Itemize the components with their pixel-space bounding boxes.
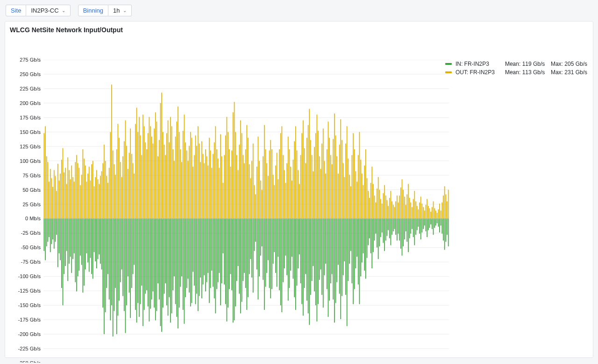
svg-rect-315 [227,117,228,219]
svg-rect-666 [445,218,446,242]
svg-rect-346 [245,218,246,288]
svg-rect-578 [391,218,392,245]
svg-rect-604 [406,218,407,242]
site-select[interactable]: IN2P3-CC ⌄ [26,5,70,16]
svg-rect-149 [122,156,123,219]
svg-rect-66 [70,218,71,257]
svg-rect-89 [85,166,86,219]
svg-rect-521 [356,171,356,219]
svg-rect-60 [66,218,67,251]
svg-rect-146 [120,218,121,282]
svg-rect-608 [409,218,410,238]
svg-rect-191 [149,117,150,219]
svg-rect-424 [294,218,295,297]
svg-rect-56 [64,218,64,274]
svg-rect-598 [403,218,404,246]
legend-entry-out[interactable]: OUT: FR-IN2P3 Mean: 113 Gb/s Max: 231 Gb… [445,69,587,76]
svg-rect-306 [220,218,221,305]
svg-rect-96 [89,218,90,272]
svg-rect-37 [52,187,53,218]
svg-rect-52 [61,218,62,288]
svg-rect-140 [116,218,117,334]
svg-rect-474 [325,218,326,264]
svg-rect-397 [278,179,278,218]
svg-rect-59 [66,184,67,218]
svg-rect-196 [151,218,152,299]
svg-rect-128 [109,218,110,299]
svg-rect-254 [188,218,189,279]
svg-rect-300 [216,218,217,289]
svg-rect-123 [106,176,107,219]
svg-rect-23 [44,133,45,218]
svg-rect-42 [55,218,56,242]
svg-rect-380 [266,218,267,273]
chart-plot-area[interactable] [43,60,449,363]
svg-rect-588 [397,218,398,240]
svg-rect-139 [116,149,117,219]
svg-rect-483 [332,164,333,218]
svg-rect-530 [360,218,361,276]
svg-rect-180 [141,218,142,286]
svg-rect-178 [140,218,141,304]
svg-rect-85 [83,149,84,219]
svg-rect-224 [169,218,170,297]
svg-rect-247 [184,115,185,219]
legend-entry-in[interactable]: IN: FR-IN2P3 Mean: 119 Gb/s Max: 205 Gb/… [445,61,587,67]
svg-rect-601 [406,205,406,219]
y-axis-labels: 275 Gb/s250 Gb/s225 Gb/s200 Gb/s175 Gb/s… [5,60,42,363]
svg-rect-120 [104,218,105,334]
svg-rect-130 [110,218,111,320]
svg-rect-63 [69,170,70,218]
svg-rect-433 [300,155,301,218]
svg-rect-364 [256,218,257,269]
svg-rect-536 [364,218,365,270]
svg-rect-287 [209,138,210,218]
svg-rect-73 [75,162,76,218]
svg-rect-348 [247,218,248,310]
svg-rect-351 [249,164,250,218]
svg-rect-204 [157,218,157,311]
svg-rect-295 [214,142,215,218]
svg-rect-533 [363,185,364,219]
svg-rect-501 [343,163,344,219]
svg-rect-366 [258,218,259,299]
svg-rect-634 [426,218,427,231]
svg-rect-183 [144,126,145,218]
svg-rect-207 [159,140,160,218]
svg-rect-103 [94,186,95,218]
svg-rect-446 [308,218,309,313]
svg-rect-161 [130,128,131,218]
binning-label: Binning [78,5,108,16]
svg-rect-437 [303,120,304,218]
svg-rect-568 [384,218,385,251]
svg-rect-357 [253,144,254,219]
svg-rect-92 [86,218,87,253]
svg-rect-585 [395,201,396,218]
svg-rect-119 [104,145,105,218]
svg-rect-84 [81,218,82,265]
svg-rect-242 [180,218,181,287]
svg-rect-318 [228,218,228,308]
svg-rect-46 [57,218,58,267]
svg-rect-113 [100,176,101,219]
svg-rect-190 [148,218,149,306]
svg-rect-145 [120,162,121,218]
svg-rect-383 [269,150,270,218]
svg-rect-150 [122,218,123,296]
svg-rect-573 [388,206,389,218]
svg-rect-79 [79,168,80,219]
svg-rect-371 [262,190,263,219]
svg-rect-199 [154,128,155,218]
svg-rect-118 [102,218,103,308]
svg-rect-576 [389,218,390,238]
binning-select[interactable]: 1h ⌄ [108,5,131,16]
svg-rect-314 [225,218,226,304]
svg-rect-558 [378,218,379,259]
svg-rect-523 [356,182,357,218]
svg-rect-660 [441,218,442,233]
svg-rect-465 [320,169,321,218]
svg-rect-611 [412,207,413,219]
svg-rect-234 [175,218,176,304]
svg-rect-81 [80,185,81,219]
svg-rect-117 [102,163,103,219]
